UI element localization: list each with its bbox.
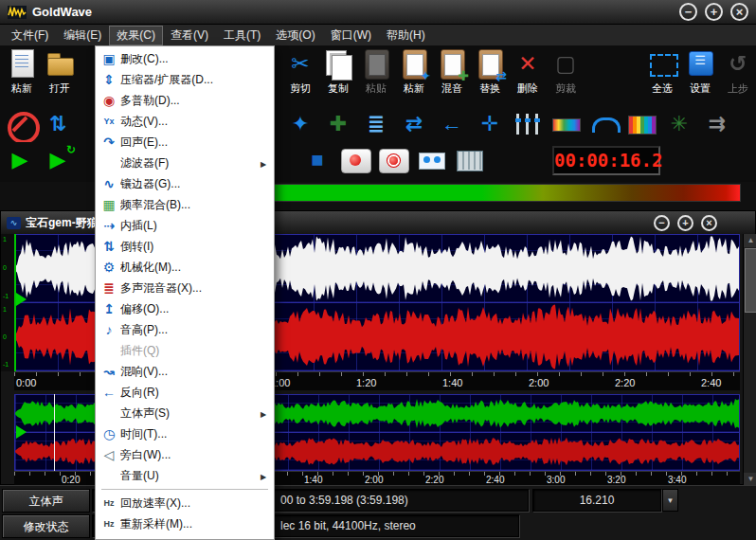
overview-position-marker[interactable] [54, 394, 55, 471]
menu-item-stereo[interactable]: 立体声(S) [98, 403, 272, 423]
menu-item-interpolate[interactable]: ⇢ 内插(L) [98, 215, 272, 236]
menu-item-dynamics[interactable]: Yx 动态(V)... [98, 111, 272, 132]
menu-item-filter[interactable]: 滤波器(F) [98, 153, 272, 173]
menu-item-time-warp[interactable]: ◷ 时间(T)... [98, 423, 272, 444]
menu-item-offset[interactable]: ↥ 偏移(O)... [98, 298, 272, 319]
seek-arrows-icon[interactable]: ⇅ [42, 108, 74, 140]
menu-item-icon: ↝ [98, 365, 120, 378]
toolbar-mix-button[interactable]: ✚ 混音 [434, 47, 470, 96]
toolbar-paste-new-button[interactable]: ✦ 粘新 [396, 47, 432, 96]
marker-button[interactable] [415, 144, 447, 176]
menubar-item-window[interactable]: 窗口(W) [323, 26, 379, 45]
app-title: GoldWave [32, 5, 92, 19]
menubar-item-help[interactable]: 帮助(H) [379, 26, 433, 45]
swap-channels-icon[interactable]: ⇄ [398, 108, 430, 140]
amplitude-label: 0 [3, 333, 7, 340]
smooth-cut-icon[interactable]: ✳ [663, 108, 695, 140]
scroll-down-icon[interactable]: ▼ [744, 473, 756, 486]
menubar-item-tools[interactable]: 工具(T) [216, 26, 268, 45]
step-back-icon[interactable]: ← [436, 108, 468, 140]
rainbow-bar-icon[interactable] [549, 108, 582, 140]
toolbar-select-all-button[interactable]: 全选 [644, 47, 680, 96]
comb-filter-icon[interactable] [587, 108, 620, 140]
menu-item-icon: ↷ [98, 135, 120, 149]
menu-item-censor[interactable]: ▣ 删改(C)... [98, 48, 272, 69]
menubar-item-options[interactable]: 选项(O) [268, 26, 322, 45]
menu-item-mechanize[interactable]: ⚙ 机械化(M)... [98, 257, 272, 278]
toolbar-paste-new-file-button[interactable]: 粘新 [4, 47, 40, 96]
record-loop-button[interactable] [377, 144, 409, 176]
toolbar-paste-button[interactable]: 粘贴 [358, 47, 394, 96]
effects-menu: ▣ 删改(C)... ⇕ 压缩器/扩展器(D... ◉ 多普勒(D)... Yx… [95, 45, 275, 540]
doc-maximize-button[interactable]: + [677, 215, 693, 231]
menubar-item-edit[interactable]: 编辑(E) [56, 26, 109, 45]
position-value-panel: 16.210 [532, 489, 661, 512]
toolbar-open-button[interactable]: 打开 [42, 47, 78, 96]
stop-button[interactable]: ■ [301, 144, 333, 176]
menu-item-frequency-blend[interactable]: ▦ 频率混合(B)... [98, 194, 272, 215]
spectrum-icon[interactable] [625, 108, 657, 140]
menubar-item-file[interactable]: 文件(F) [4, 26, 56, 45]
doc-close-button[interactable]: × [701, 215, 717, 231]
amplitude-label: -1 [3, 293, 9, 299]
playback-marker-icon [16, 293, 27, 306]
menu-item-reverb[interactable]: ↝ 混响(V)... [98, 361, 272, 382]
menubar-item-view[interactable]: 查看(V) [163, 26, 216, 45]
toolbar-copy-button[interactable]: 复制 [320, 47, 356, 96]
menu-item-resample[interactable]: Hz 重新采样(M)... [98, 513, 272, 534]
time-label: 2:20 [425, 475, 443, 485]
menu-item-compressor-expander[interactable]: ⇕ 压缩器/扩展器(D... [98, 69, 272, 90]
menu-item-icon: ▦ [98, 198, 120, 211]
toolbar-delete-button[interactable]: ✕ 删除 [510, 47, 546, 96]
toolbar-icon: ⇄ [474, 47, 506, 80]
modify-status-button[interactable]: 修改状态 [2, 514, 90, 538]
menu-item-plugin[interactable]: 插件(Q) [98, 340, 272, 361]
toolbar-cut-button[interactable]: ✂ 剪切 [282, 47, 318, 96]
play-selection-button[interactable]: ▶↻ [42, 144, 74, 176]
menu-item-voice-over[interactable]: ◁ 旁白(W)... [98, 444, 272, 465]
menu-separator [98, 486, 272, 493]
menu-item-icon: ↥ [98, 302, 120, 315]
menu-item-pitch[interactable]: ♪ 音高(P)... [98, 319, 272, 340]
toolbar-replace-button[interactable]: ⇄ 替换 [472, 47, 508, 96]
forward-steps-icon[interactable]: ⇉ [701, 108, 733, 140]
play-button[interactable]: ▶ [4, 144, 36, 176]
monitor-off-icon[interactable] [4, 108, 36, 140]
menu-item-invert[interactable]: ⇅ 倒转(I) [98, 236, 272, 257]
scroll-up-icon[interactable]: ▲ [744, 234, 756, 247]
pan-cross-icon[interactable]: ✛ [474, 108, 506, 140]
time-label: 2:00 [529, 377, 549, 388]
toolbar-trim-button[interactable]: ▢ 剪裁 [548, 47, 584, 96]
menu-item-icon: ▣ [98, 52, 120, 65]
filter-sliders-icon[interactable] [512, 108, 544, 140]
close-button[interactable]: × [730, 3, 748, 21]
toolbar-icon: ✂ [284, 47, 316, 80]
menu-item-echo[interactable]: ↷ 回声(E)... [98, 132, 272, 153]
video-button[interactable] [453, 144, 485, 176]
toolbar-settings-button[interactable]: 设置 [682, 47, 718, 96]
menu-item-reverse[interactable]: ← 反向(R) [98, 382, 272, 403]
scrollbar-thumb[interactable] [745, 248, 756, 313]
level-meter [270, 184, 741, 202]
channel-mode-button[interactable]: 立体声 [2, 489, 90, 513]
menu-item-icon: ← [98, 386, 120, 399]
menu-item-flanger[interactable]: ∿ 镶边器(G)... [98, 173, 272, 194]
preset-star-icon[interactable]: ✦ [284, 108, 316, 140]
vertical-scrollbar[interactable]: ▲ ▼ [743, 234, 756, 486]
menu-item-playback-rate[interactable]: Hz 回放速率(X)... [98, 493, 272, 513]
menu-item-multichannel-mixer[interactable]: ≣ 多声混音器(X)... [98, 278, 272, 298]
minimize-button[interactable]: − [679, 3, 697, 21]
menu-item-icon: ◷ [98, 427, 120, 441]
doc-minimize-button[interactable]: − [654, 215, 670, 231]
record-button[interactable] [339, 144, 371, 176]
maximize-button[interactable]: + [705, 3, 723, 21]
time-label: 0:00 [16, 377, 36, 388]
menu-item-icon: Yx [98, 117, 120, 126]
image-add-icon[interactable]: ✚ [322, 108, 354, 140]
dropdown-button[interactable]: ▼ [662, 489, 678, 512]
toolbar-undo-button[interactable]: ↺ 上步 [720, 47, 756, 96]
menu-item-volume[interactable]: 音量(U) [98, 465, 272, 486]
menubar-item-effects[interactable]: 效果(C) [109, 26, 163, 45]
cue-list-icon[interactable]: ≣ [360, 108, 392, 140]
menu-item-doppler[interactable]: ◉ 多普勒(D)... [98, 90, 272, 111]
